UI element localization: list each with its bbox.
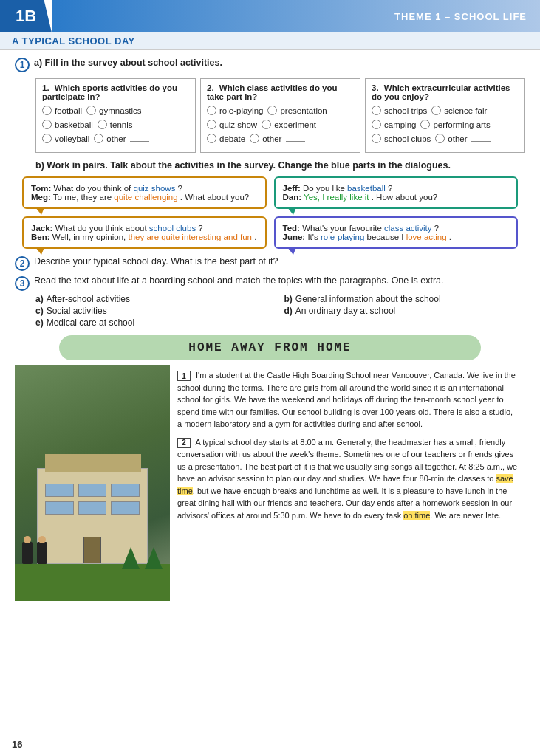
topic-e: e) Medical care at school — [35, 317, 277, 328]
subtitle: A TYPICAL SCHOOL DAY — [0, 32, 540, 50]
dialogue-1-line1: Tom: What do you think of quiz shows ? — [31, 184, 258, 193]
section3-label: 3 — [15, 276, 30, 291]
q2-title: 2. Which class activities do you take pa… — [207, 83, 354, 101]
survey-q2: 2. Which class activities do you take pa… — [200, 78, 360, 153]
paragraph-2: 2 A typical school day starts at 8:00 a.… — [177, 436, 518, 522]
dialogue-1-line2: Meg: To me, they are quite challenging .… — [31, 193, 258, 202]
page-number: 16 — [12, 739, 22, 750]
topic-c: c) Social activities — [35, 306, 277, 316]
q1-row2: basketball tennis — [42, 120, 189, 131]
radio-schoolclubs[interactable] — [372, 134, 381, 143]
radio-volleyball[interactable] — [42, 134, 52, 143]
topic-d: d) An ordinary day at school — [284, 306, 526, 316]
section1-label: 1 — [15, 58, 30, 72]
q3-row1: school trips science fair — [372, 106, 519, 117]
topics-list: a) After-school activities b) General in… — [35, 294, 525, 328]
dialogue-grid: Tom: What do you think of quiz shows ? M… — [22, 176, 518, 249]
radio-schooltrips[interactable] — [372, 106, 381, 115]
para2-num: 2 — [177, 438, 191, 448]
dialogue-3: Jack: What do you think about school clu… — [22, 216, 267, 249]
section2: 2 Describe your typical school day. What… — [15, 256, 525, 271]
bottom-section: 1 I'm a student at the Castle High Board… — [15, 365, 525, 601]
radio-experiment[interactable] — [262, 120, 271, 129]
para1-num: 1 — [177, 371, 191, 381]
radio-performingarts[interactable] — [420, 120, 430, 129]
school-photo — [15, 365, 170, 601]
main-content: 1 a) Fill in the survey about school act… — [0, 50, 540, 608]
paragraph-1: 1 I'm a student at the Castle High Board… — [177, 369, 518, 430]
q1-row3: volleyball other — [42, 134, 189, 145]
unit-label: 1B — [0, 0, 52, 32]
radio-roleplaying[interactable] — [207, 106, 216, 115]
dialogue-4: Ted: What's your favourite class activit… — [274, 216, 519, 249]
page-header: 1B THEME 1 – SCHOOL LIFE — [0, 0, 540, 32]
radio-other1[interactable] — [94, 134, 103, 143]
dialogue-2-line2: Dan: Yes, I really like it . How about y… — [283, 193, 510, 202]
article-text: 1 I'm a student at the Castle High Board… — [170, 365, 525, 601]
dialogue-3-line1: Jack: What do you think about school clu… — [31, 224, 258, 233]
dialogue-2-line1: Jeff: Do you like basketball ? — [283, 184, 510, 193]
theme-label: THEME 1 – SCHOOL LIFE — [52, 0, 540, 32]
part-b-label: b) Work in pairs. Talk about the activit… — [35, 160, 525, 171]
dialogue-1: Tom: What do you think of quiz shows ? M… — [22, 176, 267, 209]
radio-quizshow[interactable] — [207, 120, 216, 129]
topic-b: b) General information about the school — [284, 294, 526, 304]
radio-football[interactable] — [42, 106, 52, 115]
section3-text: Read the text about life at a boarding s… — [34, 275, 444, 286]
section1-header: 1 a) Fill in the survey about school act… — [15, 58, 525, 72]
topic-a: a) After-school activities — [35, 294, 277, 304]
radio-debate[interactable] — [207, 134, 216, 143]
radio-other3[interactable] — [435, 134, 445, 143]
radio-other2[interactable] — [250, 134, 259, 143]
radio-presentation[interactable] — [267, 106, 277, 115]
para2-start: A typical school day starts at 8:00 a.m.… — [177, 438, 517, 484]
radio-tennis[interactable] — [98, 120, 107, 129]
dialogue-3-line2: Ben: Well, in my opinion, they are quite… — [31, 233, 258, 241]
dialogue-2: Jeff: Do you like basketball ? Dan: Yes,… — [274, 176, 519, 209]
dialogue-4-line2: June: It's role-playing because I love a… — [283, 233, 510, 241]
q3-row3: school clubs other — [372, 134, 519, 145]
q2-row3: debate other — [207, 134, 354, 145]
radio-basketball[interactable] — [42, 120, 52, 129]
section2-text: Describe your typical school day. What i… — [34, 256, 278, 267]
q1-row1: football gymnastics — [42, 106, 189, 117]
survey-q1: 1. Which sports activities do you partic… — [35, 78, 196, 153]
para2-highlight2: on time — [403, 511, 430, 520]
radio-sciencefair[interactable] — [431, 106, 441, 115]
q2-row1: role-playing presentation — [207, 106, 354, 117]
q3-title: 3. Which extracurricular activities do y… — [372, 83, 519, 101]
q1-title: 1. Which sports activities do you partic… — [42, 83, 189, 101]
survey-container: 1. Which sports activities do you partic… — [35, 78, 525, 153]
para1-text: I'm a student at the Castle High Boardin… — [177, 371, 516, 428]
radio-gymnastics[interactable] — [86, 106, 96, 115]
article-title: HOME AWAY FROM HOME — [59, 335, 481, 360]
radio-camping[interactable] — [372, 120, 381, 129]
para2-end: . We are never late. — [430, 511, 501, 520]
section2-label: 2 — [15, 256, 30, 271]
section3: 3 Read the text about life at a boarding… — [15, 275, 525, 291]
survey-q3: 3. Which extracurricular activities do y… — [365, 78, 525, 153]
q2-row2: quiz show experiment — [207, 120, 354, 131]
section1-text: a) Fill in the survey about school activ… — [34, 58, 222, 68]
dialogue-4-line1: Ted: What's your favourite class activit… — [283, 224, 510, 233]
q3-row2: camping performing arts — [372, 120, 519, 131]
